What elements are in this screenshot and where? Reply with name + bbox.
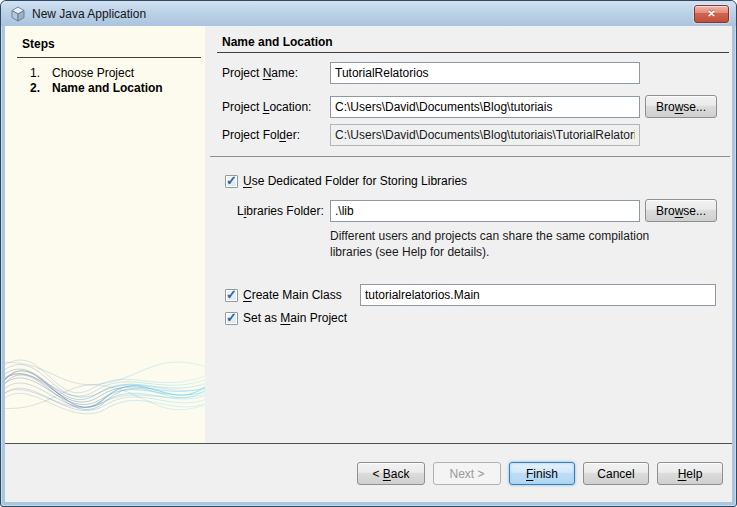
set-main-project-checkbox[interactable]: ✓: [225, 312, 238, 325]
libraries-folder-input[interactable]: [330, 200, 640, 222]
project-folder-field: [330, 124, 640, 146]
create-main-class-label: Create Main Class: [243, 288, 342, 302]
browse-libraries-button[interactable]: Browse...: [645, 199, 717, 222]
title-bar[interactable]: New Java Application ✕: [1, 1, 736, 26]
wizard-button-bar: < Back Next > Finish Cancel Help: [5, 444, 732, 502]
dialog-content: Steps 1. Choose Project 2. Name and Loca…: [5, 26, 732, 502]
step-choose-project: 1. Choose Project: [5, 66, 205, 81]
browse-location-button[interactable]: Browse...: [645, 95, 717, 118]
heading-rule: [217, 52, 729, 53]
steps-heading: Steps: [17, 37, 201, 58]
main-class-input[interactable]: [360, 284, 716, 306]
libraries-hint: Different users and projects can share t…: [330, 228, 649, 260]
create-main-class-row: ✓ Create Main Class: [225, 284, 342, 306]
help-button[interactable]: Help: [657, 462, 723, 485]
new-java-application-dialog: New Java Application ✕ Steps 1. Choose P…: [0, 0, 737, 507]
next-button[interactable]: Next >: [433, 462, 501, 485]
panel-heading: Name and Location: [222, 35, 333, 49]
close-icon: ✕: [707, 8, 715, 19]
project-location-input[interactable]: [330, 96, 640, 118]
close-button[interactable]: ✕: [694, 5, 729, 23]
check-icon: ✓: [226, 173, 237, 188]
finish-button[interactable]: Finish: [509, 462, 575, 485]
check-icon: ✓: [226, 310, 237, 325]
step-number: 1.: [30, 66, 52, 81]
hint-line: Different users and projects can share t…: [330, 228, 649, 244]
step-name-and-location: 2. Name and Location: [5, 81, 205, 96]
step-label: Choose Project: [52, 66, 134, 81]
use-dedicated-folder-checkbox[interactable]: ✓: [225, 175, 238, 188]
step-number: 2.: [30, 81, 52, 96]
project-name-label: Project Name:: [222, 62, 298, 84]
steps-list: 1. Choose Project 2. Name and Location: [5, 66, 205, 96]
check-icon: ✓: [226, 287, 237, 302]
name-and-location-panel: Name and Location Project Name: Project …: [205, 26, 732, 443]
cancel-button[interactable]: Cancel: [583, 462, 649, 485]
back-button[interactable]: < Back: [357, 462, 425, 485]
libraries-folder-label: Libraries Folder:: [237, 200, 324, 222]
use-dedicated-folder-row: ✓ Use Dedicated Folder for Storing Libra…: [225, 173, 467, 189]
project-folder-label: Project Folder:: [222, 124, 300, 146]
section-separator: [210, 156, 730, 157]
hint-line: libraries (see Help for details).: [330, 244, 649, 260]
window-title: New Java Application: [32, 7, 146, 21]
project-name-input[interactable]: [330, 62, 640, 84]
use-dedicated-folder-label: Use Dedicated Folder for Storing Librari…: [243, 174, 467, 188]
steps-sidebar: Steps 1. Choose Project 2. Name and Loca…: [5, 26, 205, 443]
set-main-project-label: Set as Main Project: [243, 311, 347, 325]
cube-icon: [10, 6, 26, 22]
project-location-label: Project Location:: [222, 96, 311, 118]
wave-watermark: [5, 328, 205, 443]
set-main-project-row: ✓ Set as Main Project: [225, 310, 347, 326]
create-main-class-checkbox[interactable]: ✓: [225, 289, 238, 302]
step-label: Name and Location: [52, 81, 163, 96]
